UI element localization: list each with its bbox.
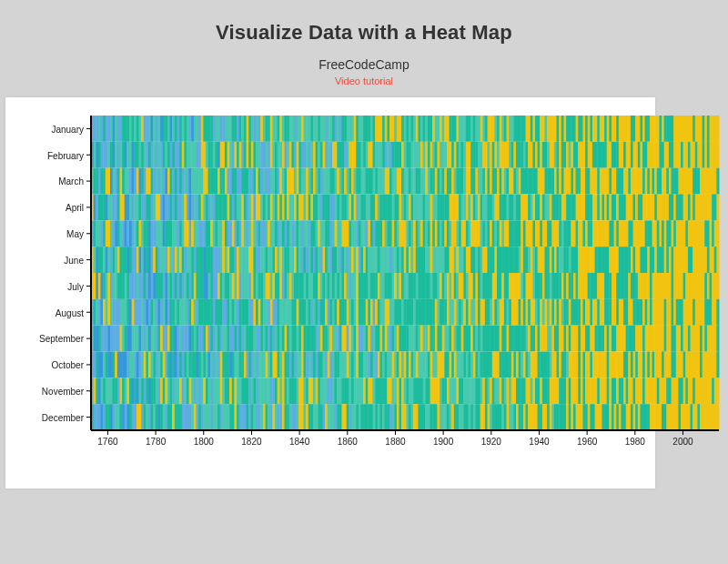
x-axis-label: 1980 <box>625 437 646 447</box>
heatmap-cell[interactable] <box>716 378 719 404</box>
x-axis-label: 1760 <box>97 437 118 447</box>
y-axis-label: September <box>39 334 85 344</box>
y-axis-label: October <box>51 360 84 370</box>
heatmap-chart: JanuaryFebruaryMarchAprilMayJuneJulyAugu… <box>0 103 728 485</box>
x-axis-label: 1800 <box>194 437 215 447</box>
y-axis-label: August <box>56 307 84 317</box>
heatmap-cells <box>91 116 720 430</box>
x-axis-label: 1820 <box>241 437 262 447</box>
x-axis-label: 2000 <box>672 437 693 447</box>
x-axis-label: 1780 <box>146 437 167 447</box>
x-axis-label: 1960 <box>577 437 598 447</box>
x-axis-label: 1860 <box>338 437 359 447</box>
heatmap-cell[interactable] <box>716 404 719 430</box>
heatmap-cell[interactable] <box>716 351 719 378</box>
x-axis-label: 1880 <box>385 437 406 447</box>
y-axis-label: February <box>47 150 84 160</box>
heatmap-cell[interactable] <box>716 116 719 142</box>
x-axis-label: 1920 <box>481 437 502 447</box>
heatmap-cell[interactable] <box>716 273 719 299</box>
heatmap-cell[interactable] <box>716 247 719 273</box>
x-axis-label: 1940 <box>529 437 550 447</box>
heatmap-cell[interactable] <box>716 325 719 351</box>
y-axis-label: January <box>51 124 84 134</box>
y-axis-label: May <box>66 229 84 239</box>
x-axis-label: 1840 <box>289 437 310 447</box>
x-axis-label: 1900 <box>433 437 454 447</box>
y-axis-label: April <box>66 203 84 213</box>
y-axis-label: March <box>58 176 84 186</box>
heatmap-cell[interactable] <box>716 142 719 168</box>
video-tutorial-link[interactable]: Video tutorial <box>0 76 728 86</box>
y-axis-label: December <box>42 413 85 423</box>
heatmap-cell[interactable] <box>716 194 719 220</box>
y-axis-label: June <box>64 256 84 266</box>
page-title: Visualize Data with a Heat Map <box>0 14 728 45</box>
y-axis-label: July <box>67 281 84 291</box>
heatmap-cell[interactable] <box>716 220 719 247</box>
y-axis-label: November <box>42 387 85 397</box>
heatmap-cell[interactable] <box>716 167 719 194</box>
heatmap-cell[interactable] <box>716 299 719 326</box>
subtitle: FreeCodeCamp <box>0 57 728 72</box>
